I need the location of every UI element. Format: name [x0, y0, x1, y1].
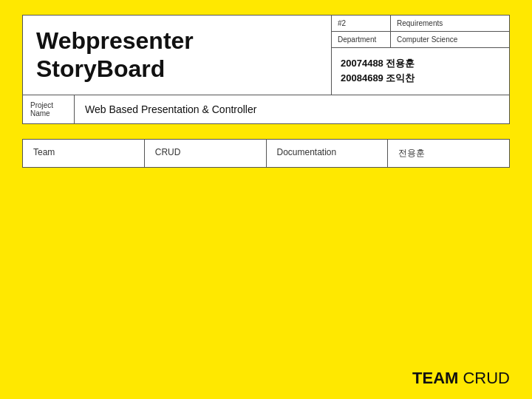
- table-col-crud: CRUD: [145, 140, 267, 167]
- table-col-documentation: Documentation: [267, 140, 389, 167]
- app-title: Webpresenter StoryBoard: [36, 27, 318, 83]
- project-name: Web Based Presentation & Controller: [75, 95, 509, 123]
- footer: TEAM CRUD: [412, 369, 510, 388]
- project-label: Project Name: [23, 95, 75, 123]
- number-value: Requirements: [391, 16, 509, 31]
- dept-value: Computer Science: [391, 32, 509, 47]
- footer-team-label: TEAM: [412, 369, 458, 388]
- title-block: Webpresenter StoryBoard: [23, 16, 332, 95]
- student-info: 20074488 전용훈20084689 조익찬: [332, 48, 509, 95]
- number-label: #2: [332, 16, 391, 31]
- dept-label: Department: [332, 32, 391, 47]
- bottom-table: Team CRUD Documentation 전용훈: [22, 139, 510, 168]
- table-col-team: Team: [23, 140, 145, 167]
- project-row: Project Name Web Based Presentation & Co…: [22, 95, 510, 124]
- table-col-author: 전용훈: [388, 140, 509, 167]
- footer-crud-label: CRUD: [463, 369, 510, 388]
- info-panel: #2 Requirements Department Computer Scie…: [332, 16, 509, 95]
